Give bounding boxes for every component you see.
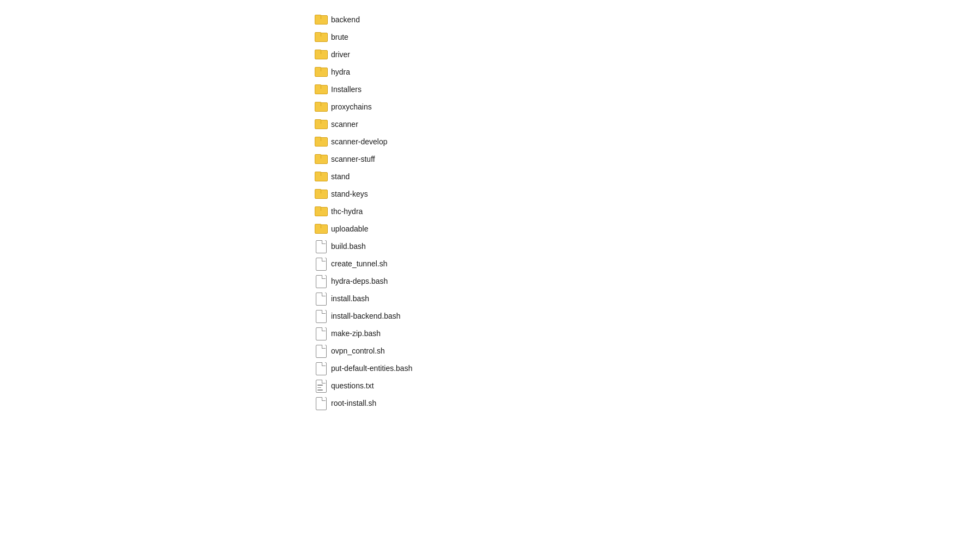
list-item[interactable]: root-install.sh — [310, 394, 980, 412]
file-icon — [315, 258, 327, 270]
item-label: install.bash — [331, 294, 369, 303]
list-item[interactable]: put-default-entities.bash — [310, 360, 980, 377]
list-item[interactable]: driver — [310, 46, 980, 63]
list-item[interactable]: scanner — [310, 115, 980, 133]
list-item[interactable]: thc-hydra — [310, 203, 980, 220]
folder-icon — [315, 66, 327, 78]
file-icon — [315, 397, 327, 409]
folder-icon — [315, 83, 327, 95]
item-label: scanner-stuff — [331, 155, 375, 163]
folder-icon — [315, 48, 327, 60]
list-item[interactable]: stand — [310, 168, 980, 185]
list-item[interactable]: hydra — [310, 63, 980, 81]
file-icon — [315, 293, 327, 305]
file-icon — [315, 310, 327, 322]
item-label: proxychains — [331, 102, 372, 111]
folder-icon — [315, 223, 327, 235]
file-list: backendbrutedriverhydraInstallersproxych… — [0, 0, 980, 423]
item-label: hydra — [331, 68, 350, 76]
item-label: backend — [331, 15, 360, 24]
item-label: hydra-deps.bash — [331, 277, 388, 285]
item-label: create_tunnel.sh — [331, 259, 388, 268]
folder-icon — [315, 101, 327, 113]
list-item[interactable]: uploadable — [310, 220, 980, 238]
list-item[interactable]: make-zip.bash — [310, 325, 980, 342]
folder-icon — [315, 136, 327, 148]
list-item[interactable]: Installers — [310, 81, 980, 98]
item-label: driver — [331, 50, 350, 59]
item-label: brute — [331, 33, 348, 41]
folder-icon — [315, 31, 327, 43]
item-label: ovpn_control.sh — [331, 346, 385, 355]
folder-icon — [315, 14, 327, 26]
list-item[interactable]: install.bash — [310, 290, 980, 307]
file-icon — [315, 362, 327, 374]
item-label: scanner-develop — [331, 137, 388, 146]
item-label: root-install.sh — [331, 399, 376, 407]
folder-icon — [315, 153, 327, 165]
item-label: scanner — [331, 120, 358, 129]
item-label: stand-keys — [331, 190, 368, 198]
item-label: questions.txt — [331, 381, 374, 390]
list-item[interactable]: proxychains — [310, 98, 980, 115]
folder-icon — [315, 205, 327, 217]
file-icon — [315, 345, 327, 357]
item-label: thc-hydra — [331, 207, 363, 216]
item-label: stand — [331, 172, 350, 181]
file-icon — [315, 275, 327, 287]
list-item[interactable]: create_tunnel.sh — [310, 255, 980, 272]
list-item[interactable]: ovpn_control.sh — [310, 342, 980, 360]
item-label: install-backend.bash — [331, 312, 401, 320]
text-file-icon — [315, 380, 327, 392]
list-item[interactable]: hydra-deps.bash — [310, 272, 980, 290]
file-icon — [315, 327, 327, 339]
folder-icon — [315, 118, 327, 130]
item-label: make-zip.bash — [331, 329, 381, 338]
item-label: uploadable — [331, 224, 369, 233]
list-item[interactable]: questions.txt — [310, 377, 980, 394]
list-item[interactable]: stand-keys — [310, 185, 980, 203]
list-item[interactable]: brute — [310, 28, 980, 46]
item-label: build.bash — [331, 242, 366, 251]
file-icon — [315, 240, 327, 252]
list-item[interactable]: backend — [310, 11, 980, 28]
list-item[interactable]: scanner-develop — [310, 133, 980, 150]
list-item[interactable]: install-backend.bash — [310, 307, 980, 325]
item-label: Installers — [331, 85, 362, 94]
folder-icon — [315, 171, 327, 182]
list-item[interactable]: scanner-stuff — [310, 150, 980, 168]
folder-icon — [315, 188, 327, 200]
list-item[interactable]: build.bash — [310, 238, 980, 255]
item-label: put-default-entities.bash — [331, 364, 412, 373]
